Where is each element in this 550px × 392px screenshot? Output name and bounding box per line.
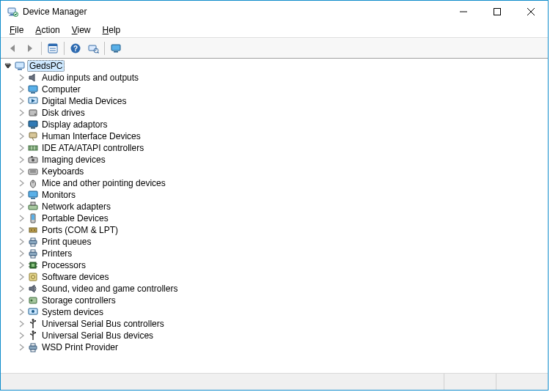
tree-item[interactable]: Computer	[4, 84, 548, 95]
tree-item[interactable]: Storage controllers	[4, 295, 548, 306]
forward-button[interactable]	[22, 40, 38, 56]
menu-help[interactable]: Help	[97, 24, 127, 36]
back-button[interactable]	[4, 40, 21, 56]
expand-arrow-icon[interactable]	[17, 108, 26, 117]
svg-rect-63	[29, 273, 37, 281]
menu-view[interactable]: View	[66, 24, 97, 36]
help-button[interactable]: ?	[67, 40, 84, 56]
tree-item-label: Storage controllers	[42, 295, 116, 306]
expand-arrow-icon[interactable]	[17, 73, 26, 82]
expand-arrow-icon[interactable]	[17, 331, 26, 340]
svg-line-16	[98, 52, 99, 53]
expand-arrow-icon[interactable]	[17, 249, 26, 258]
tree-item[interactable]: Portable Devices	[4, 212, 548, 224]
tree-item[interactable]: Digital Media Devices	[4, 95, 548, 107]
tree-item-label: Printers	[42, 248, 72, 259]
properties-button[interactable]	[45, 40, 61, 56]
disk-icon	[27, 107, 39, 119]
tree-item[interactable]: Display adaptors	[4, 119, 548, 130]
device-manager-window: Device Manager File Action View Help	[0, 0, 549, 391]
expand-arrow-icon[interactable]	[17, 261, 26, 270]
show-monitor-button[interactable]	[108, 40, 124, 56]
expand-arrow-icon[interactable]	[17, 85, 26, 94]
minimize-button[interactable]	[447, 1, 480, 23]
tree-item[interactable]: Mice and other pointing devices	[4, 177, 548, 189]
tree-item-label: Mice and other pointing devices	[42, 178, 166, 188]
tree-item[interactable]: Printers	[4, 248, 548, 259]
expand-arrow-icon[interactable]	[17, 120, 26, 129]
tree-item[interactable]: Processors	[4, 259, 548, 271]
expand-arrow-icon[interactable]	[17, 155, 26, 164]
svg-rect-79	[31, 350, 35, 352]
tree-item[interactable]: Audio inputs and outputs	[4, 72, 548, 84]
tree-item[interactable]: Universal Serial Bus devices	[4, 330, 548, 341]
printer-icon	[27, 341, 39, 353]
tree-item-label: Software devices	[42, 272, 109, 282]
tree-item[interactable]: Network adapters	[4, 201, 548, 212]
svg-rect-19	[15, 62, 24, 68]
ide-icon	[27, 142, 39, 154]
expand-arrow-icon[interactable]	[17, 308, 26, 317]
expand-arrow-icon[interactable]	[17, 237, 26, 246]
svg-point-70	[32, 319, 34, 321]
tree-item[interactable]: Sound, video and game controllers	[4, 283, 548, 295]
tree-item[interactable]: Universal Serial Bus controllers	[4, 318, 548, 330]
expand-arrow-icon[interactable]	[17, 132, 26, 141]
toolbar-separator	[104, 42, 105, 55]
svg-point-75	[30, 333, 32, 335]
tree-item[interactable]: Imaging devices	[4, 154, 548, 166]
expand-arrow-icon[interactable]	[17, 226, 26, 234]
keyboard-icon	[27, 166, 39, 177]
tree-item-label: WSD Print Provider	[42, 342, 118, 352]
svg-point-50	[34, 229, 35, 231]
tree-item-label: Sound, video and game controllers	[42, 284, 177, 294]
root-label[interactable]: GedsPC	[27, 60, 65, 72]
svg-rect-22	[31, 92, 35, 94]
tree-item[interactable]: Ports (COM & LPT)	[4, 224, 548, 236]
svg-rect-78	[31, 344, 35, 346]
expand-arrow-icon[interactable]	[17, 97, 26, 106]
tree-item[interactable]: IDE ATA/ATAPI controllers	[4, 142, 548, 154]
device-tree[interactable]: GedsPC Audio inputs and outputsComputerD…	[1, 59, 548, 371]
expand-arrow-icon[interactable]	[17, 202, 26, 211]
menu-file[interactable]: File	[4, 24, 29, 36]
tree-item[interactable]: Print queues	[4, 236, 548, 248]
svg-rect-9	[48, 44, 57, 46]
svg-rect-43	[31, 198, 35, 199]
expand-arrow-icon[interactable]	[17, 144, 26, 152]
status-cell	[496, 374, 548, 390]
expand-arrow-icon[interactable]	[17, 214, 26, 223]
expand-arrow-icon[interactable]	[17, 273, 26, 281]
svg-rect-42	[29, 191, 37, 197]
tree-item[interactable]: Monitors	[4, 189, 548, 201]
tree-item[interactable]: WSD Print Provider	[4, 341, 548, 353]
tree-item[interactable]: System devices	[4, 306, 548, 318]
expand-arrow-icon[interactable]	[4, 62, 12, 70]
tree-item-label: Keyboards	[42, 166, 84, 177]
svg-rect-56	[31, 256, 35, 258]
expand-arrow-icon[interactable]	[17, 191, 26, 199]
tree-item-label: Digital Media Devices	[42, 96, 126, 106]
tree-item[interactable]: Software devices	[4, 271, 548, 283]
tree-root[interactable]: GedsPC Audio inputs and outputsComputerD…	[4, 60, 548, 353]
close-button[interactable]	[514, 1, 548, 23]
titlebar[interactable]: Device Manager	[1, 1, 548, 23]
svg-rect-17	[111, 45, 120, 51]
tree-item[interactable]: Keyboards	[4, 166, 548, 177]
tree-item[interactable]: Human Interface Devices	[4, 130, 548, 142]
menu-action[interactable]: Action	[29, 24, 65, 36]
tree-item[interactable]: Disk drives	[4, 107, 548, 119]
expand-arrow-icon[interactable]	[17, 296, 26, 305]
system-icon	[27, 306, 39, 318]
expand-arrow-icon[interactable]	[17, 319, 26, 328]
expand-arrow-icon[interactable]	[17, 284, 26, 293]
svg-line-29	[32, 138, 34, 141]
expand-arrow-icon[interactable]	[17, 167, 26, 176]
svg-rect-54	[29, 252, 37, 256]
portable-icon	[27, 212, 39, 224]
expand-arrow-icon[interactable]	[17, 343, 26, 352]
toolbar-separator	[41, 42, 42, 55]
scan-button[interactable]	[85, 40, 101, 56]
maximize-button[interactable]	[480, 1, 514, 23]
expand-arrow-icon[interactable]	[17, 179, 26, 188]
